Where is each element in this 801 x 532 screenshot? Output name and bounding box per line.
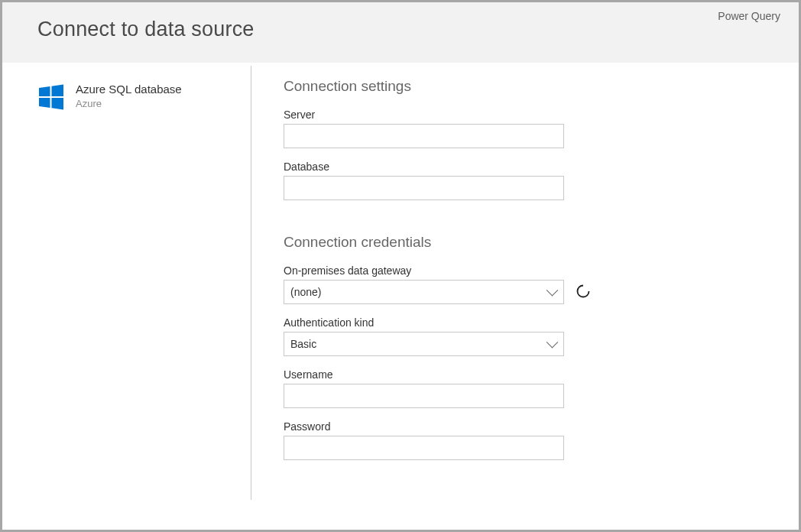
header: Connect to data source Power Query [2, 2, 799, 63]
gateway-select[interactable]: (none) [284, 280, 564, 304]
data-source-name: Azure SQL database [76, 83, 182, 96]
settings-section-title: Connection settings [284, 78, 768, 95]
data-source-category: Azure [76, 98, 182, 109]
data-source-text: Azure SQL database Azure [76, 83, 182, 109]
main-panel: Connection settings Server Database Conn… [251, 63, 799, 518]
password-field: Password [284, 420, 768, 460]
refresh-gateway-button[interactable] [575, 284, 592, 300]
page-title: Connect to data source [37, 18, 764, 41]
refresh-icon [576, 284, 591, 301]
auth-kind-select[interactable]: Basic [284, 332, 564, 356]
username-label: Username [284, 368, 768, 381]
auth-kind-label: Authentication kind [284, 316, 768, 329]
server-label: Server [284, 109, 768, 121]
username-field: Username [284, 368, 768, 408]
brand-label: Power Query [718, 10, 780, 22]
svg-marker-3 [52, 98, 64, 109]
password-label: Password [284, 420, 768, 433]
server-input[interactable] [284, 124, 564, 148]
gateway-field: On-premises data gateway (none) [284, 264, 768, 304]
gateway-label: On-premises data gateway [284, 264, 768, 277]
sidebar: Azure SQL database Azure [2, 66, 251, 500]
database-label: Database [284, 161, 768, 173]
credentials-section-title: Connection credentials [284, 234, 768, 251]
server-field: Server [284, 109, 768, 148]
database-field: Database [284, 161, 768, 200]
auth-kind-field: Authentication kind Basic [284, 316, 768, 356]
username-input[interactable] [284, 384, 564, 408]
svg-marker-0 [39, 86, 50, 96]
password-input[interactable] [284, 436, 564, 460]
body: Azure SQL database Azure Connection sett… [2, 63, 799, 518]
svg-marker-1 [52, 85, 64, 96]
data-source-entry[interactable]: Azure SQL database Azure [37, 83, 232, 111]
svg-marker-2 [39, 98, 50, 108]
windows-icon [37, 83, 65, 111]
database-input[interactable] [284, 176, 564, 200]
